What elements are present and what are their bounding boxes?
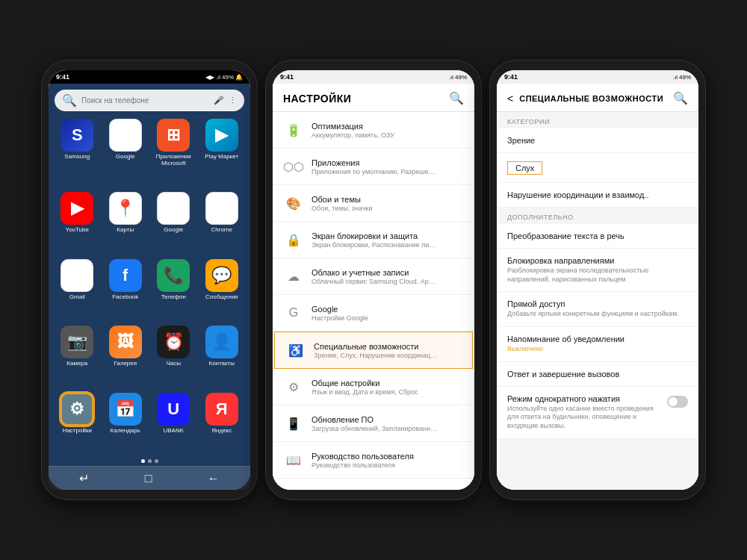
back-button[interactable]: < bbox=[507, 93, 513, 105]
settings-item-sub-0: Аккумулятор, память, ОЗУ bbox=[311, 131, 438, 139]
access-add-3[interactable]: Напоминание об уведомленииВыключено bbox=[497, 327, 698, 362]
settings-item-2[interactable]: 🎨Обои и темыОбои, темы, значки bbox=[273, 185, 474, 222]
settings-item-0[interactable]: 🔋ОптимизацияАккумулятор, память, ОЗУ bbox=[273, 112, 474, 149]
app-maps[interactable]: 📍Карты bbox=[105, 192, 147, 252]
access-add-title-3: Напоминание об уведомлении bbox=[507, 335, 624, 343]
settings-list: 🔋ОптимизацияАккумулятор, память, ОЗУ⬡⬡Пр… bbox=[273, 112, 474, 490]
settings-icon-0: 🔋 bbox=[283, 119, 304, 140]
settings-item-6[interactable]: ♿Специальные возможностиЗрение, Слух, На… bbox=[274, 332, 473, 369]
search-bar[interactable]: 🔍 🎤 ⋮ bbox=[55, 90, 244, 111]
status-icons-3: .ıl 49% bbox=[673, 74, 691, 81]
app-label-yandex: Яндекс bbox=[211, 428, 232, 435]
settings-item-sub-6: Зрение, Слух, Нарушение координации и... bbox=[314, 352, 441, 359]
access-add-5[interactable]: Режим однократного нажатияИспользуйте од… bbox=[497, 387, 698, 439]
time-3: 9:41 bbox=[504, 73, 518, 81]
app-icon-ubank: U bbox=[157, 393, 190, 426]
access-cat-title-2: Нарушение координации и взаимод.. bbox=[507, 190, 688, 199]
app-gmail[interactable]: MGmail bbox=[56, 259, 99, 320]
app-icon-chrome: ◎ bbox=[205, 192, 238, 225]
app-phone[interactable]: 📞Телефон bbox=[152, 259, 195, 320]
settings-item-8[interactable]: 📱Обновление ПОЗагрузка обновлений, Запла… bbox=[273, 405, 474, 442]
search-icon: 🔍 bbox=[62, 93, 77, 108]
access-cat-2[interactable]: Нарушение координации и взаимод.. bbox=[497, 183, 698, 208]
access-add-1[interactable]: Блокировка направлениямиРазблокировка эк… bbox=[497, 249, 698, 292]
app-label-clock: Часы bbox=[166, 361, 181, 367]
app-label-phone: Телефон bbox=[161, 294, 186, 301]
app-google[interactable]: GGoogle bbox=[105, 119, 147, 186]
access-add-0[interactable]: Преобразование текста в речь bbox=[497, 224, 698, 249]
settings-icon-5: G bbox=[283, 302, 304, 323]
app-calendar[interactable]: 📅Календарь bbox=[105, 393, 147, 453]
app-label-google: Google bbox=[116, 154, 135, 161]
app-label-chrome: Chrome bbox=[211, 227, 232, 234]
app-label-settings: Настройки bbox=[63, 428, 92, 435]
app-icon-google: G bbox=[109, 119, 142, 152]
access-add-sub-5: Используйте одно касание вместо проведен… bbox=[507, 405, 661, 431]
settings-item-title-2: Обои и темы bbox=[311, 195, 464, 204]
app-label-samsung: Samsung bbox=[64, 154, 90, 161]
app-icon-camera: 📷 bbox=[61, 326, 93, 358]
home-screen: 🔍 🎤 ⋮ SSamsungGGoogle⊞Приложения Microso… bbox=[49, 84, 250, 490]
accessibility-list: КАТЕГОРИИЗрениеСлухНарушение координации… bbox=[497, 112, 698, 490]
settings-item-sub-8: Загрузка обновлений, Запланированное... bbox=[311, 425, 438, 432]
home-icon[interactable]: □ bbox=[145, 472, 152, 485]
status-bar-3: 9:41 .ıl 49% bbox=[497, 70, 698, 84]
settings-icon-7: ⚙ bbox=[283, 376, 304, 397]
app-microsoft[interactable]: ⊞Приложения Microsoft bbox=[152, 119, 195, 186]
app-contacts[interactable]: 👤Контакты bbox=[201, 326, 244, 386]
access-cat-0[interactable]: Зрение bbox=[497, 128, 698, 153]
recent-apps-icon[interactable]: ↵ bbox=[79, 471, 89, 485]
access-add-title-1: Блокировка направлениями bbox=[507, 256, 688, 265]
settings-item-7[interactable]: ⚙Общие настройкиЯзык и ввод, Дата и врем… bbox=[273, 369, 474, 405]
app-icon-maps: 📍 bbox=[109, 192, 142, 225]
app-label-sms: Сообщения bbox=[205, 294, 238, 301]
access-cat-1[interactable]: Слух bbox=[497, 153, 698, 183]
back-icon[interactable]: ← bbox=[208, 472, 220, 485]
settings-item-sub-4: Облачный сервис Samsung Cloud, Архив... bbox=[311, 278, 438, 285]
search-input[interactable] bbox=[81, 96, 209, 105]
more-icon[interactable]: ⋮ bbox=[229, 96, 237, 105]
toggle-5[interactable] bbox=[667, 396, 688, 408]
app-google2[interactable]: GGoogle bbox=[152, 192, 195, 252]
settings-item-1[interactable]: ⬡⬡ПриложенияПриложения по умолчанию, Раз… bbox=[273, 149, 474, 185]
app-facebook[interactable]: fFacebook bbox=[105, 259, 147, 320]
app-label-gallery: Галерея bbox=[114, 361, 137, 367]
page-dots bbox=[49, 456, 250, 466]
app-settings[interactable]: ⚙Настройки bbox=[56, 393, 99, 453]
app-label-facebook: Facebook bbox=[112, 294, 138, 301]
settings-header: НАСТРОЙКИ 🔍 bbox=[273, 84, 474, 112]
settings-icon-4: ☁ bbox=[283, 266, 304, 287]
app-clock[interactable]: ⏰Часы bbox=[152, 326, 195, 386]
settings-item-5[interactable]: GGoogleНастройки Google bbox=[273, 295, 474, 332]
settings-item-3[interactable]: 🔒Экран блокировки и защитаЭкран блокиров… bbox=[273, 222, 474, 258]
app-yandex[interactable]: ЯЯндекс bbox=[201, 393, 244, 453]
access-add-4[interactable]: Ответ и завершение вызовов bbox=[497, 362, 698, 387]
settings-item-4[interactable]: ☁Облако и учетные записиОблачный сервис … bbox=[273, 258, 474, 295]
search-icon-settings[interactable]: 🔍 bbox=[449, 91, 464, 105]
time-1: 9:41 bbox=[56, 73, 69, 81]
settings-item-9[interactable]: 📖Руководство пользователяРуководство пол… bbox=[273, 442, 474, 479]
app-icon-calendar: 📅 bbox=[109, 393, 142, 426]
search-icon-access[interactable]: 🔍 bbox=[673, 91, 688, 105]
settings-icon-6: ♿ bbox=[285, 340, 306, 361]
app-grid: SSamsungGGoogle⊞Приложения Microsoft▶Pla… bbox=[49, 116, 250, 456]
app-icon-facebook: f bbox=[109, 259, 142, 292]
app-label-microsoft: Приложения Microsoft bbox=[152, 154, 195, 167]
app-label-calendar: Календарь bbox=[111, 428, 140, 435]
settings-item-sub-9: Руководство пользователя bbox=[311, 461, 438, 469]
app-youtube[interactable]: ▶YouTube bbox=[56, 192, 99, 252]
app-gallery[interactable]: 🖼Галерея bbox=[105, 326, 147, 386]
app-chrome[interactable]: ◎Chrome bbox=[201, 192, 244, 252]
app-icon-settings: ⚙ bbox=[61, 393, 93, 426]
app-ubank[interactable]: UUBANK bbox=[152, 393, 195, 453]
app-playmarket[interactable]: ▶Play Маркет bbox=[201, 119, 244, 186]
app-sms[interactable]: 💬Сообщения bbox=[201, 259, 244, 320]
mic-icon[interactable]: 🎤 bbox=[214, 96, 224, 105]
access-add-2[interactable]: Прямой доступДобавьте ярлыки конкретным … bbox=[497, 292, 698, 327]
settings-item-sub-1: Приложения по умолчанию, Разрешения... bbox=[311, 168, 438, 175]
settings-item-title-9: Руководство пользователя bbox=[311, 452, 464, 461]
app-samsung[interactable]: SSamsung bbox=[56, 119, 99, 186]
settings-item-sub-7: Язык и ввод, Дата и время, Сброс bbox=[311, 388, 438, 396]
app-label-contacts: Контакты bbox=[208, 361, 235, 367]
app-camera[interactable]: 📷Камера bbox=[56, 326, 99, 386]
